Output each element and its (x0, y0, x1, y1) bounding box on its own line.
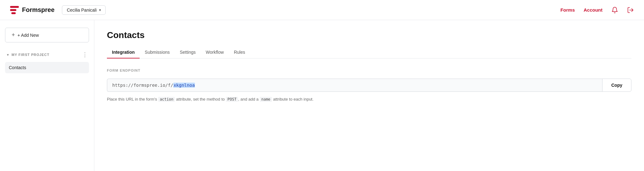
add-new-label: + Add New (18, 33, 39, 38)
add-new-button[interactable]: + + Add New (5, 28, 89, 42)
main-content: Contacts Integration Submissions Setting… (94, 20, 644, 171)
header-left: Formspree Cecilia Panicali ▾ (10, 5, 106, 15)
user-selector[interactable]: Cecilia Panicali ▾ (62, 5, 106, 15)
hint-text-mid1: attribute, set the method to (175, 97, 226, 102)
project-menu-button[interactable]: ⋮ (82, 52, 88, 58)
header: Formspree Cecilia Panicali ▾ Forms Accou… (0, 0, 644, 20)
url-hash: xkgnlnoa (173, 83, 195, 88)
forms-nav-link[interactable]: Forms (560, 7, 575, 13)
hint-action-code: action (158, 97, 175, 102)
form-endpoint-section: FORM ENDPOINT https://formspree.io/f/xkg… (107, 69, 631, 103)
tab-rules[interactable]: Rules (229, 47, 250, 58)
url-prefix: https://formspree.io/f/ (112, 83, 173, 88)
hint-text-end: attribute to each input. (272, 97, 314, 102)
project-header: ▼ MY FIRST PROJECT ⋮ (5, 50, 89, 59)
tab-integration[interactable]: Integration (107, 47, 140, 58)
endpoint-hint: Place this URL in the form's action attr… (107, 96, 631, 103)
logo-text: Formspree (22, 6, 54, 14)
logo-icon (10, 6, 19, 14)
hint-name-code: name (260, 97, 272, 102)
sidebar-item-contacts[interactable]: Contacts (5, 62, 89, 73)
tabs-nav: Integration Submissions Settings Workflo… (107, 47, 631, 58)
hint-text-before: Place this URL in the form's (107, 97, 158, 102)
logout-icon[interactable] (627, 7, 634, 14)
chevron-down-icon: ▾ (99, 8, 101, 12)
user-name-label: Cecilia Panicali (67, 8, 97, 13)
copy-button[interactable]: Copy (602, 79, 631, 92)
sidebar: + + Add New ▼ MY FIRST PROJECT ⋮ Contact… (0, 20, 94, 171)
notification-bell-icon[interactable] (611, 7, 618, 14)
section-label: FORM ENDPOINT (107, 69, 631, 72)
account-nav-link[interactable]: Account (584, 7, 602, 13)
page-title: Contacts (107, 30, 631, 40)
header-right: Forms Account (560, 7, 634, 14)
project-arrow-icon: ▼ (6, 53, 10, 57)
tab-submissions[interactable]: Submissions (140, 47, 175, 58)
logo-bar-bot (11, 12, 16, 14)
tab-settings[interactable]: Settings (175, 47, 201, 58)
hint-method-code: POST (226, 97, 238, 102)
logo-bar-top (10, 6, 19, 8)
project-name: ▼ MY FIRST PROJECT (6, 53, 49, 57)
hint-text-mid2: , and add a (238, 97, 260, 102)
tab-workflow[interactable]: Workflow (201, 47, 229, 58)
logo-bar-mid (10, 9, 16, 11)
endpoint-url-display: https://formspree.io/f/xkgnlnoa (107, 79, 602, 92)
endpoint-row: https://formspree.io/f/xkgnlnoa Copy (107, 79, 631, 92)
logo: Formspree (10, 6, 54, 14)
layout: + + Add New ▼ MY FIRST PROJECT ⋮ Contact… (0, 20, 644, 171)
add-new-plus-icon: + (12, 32, 15, 38)
